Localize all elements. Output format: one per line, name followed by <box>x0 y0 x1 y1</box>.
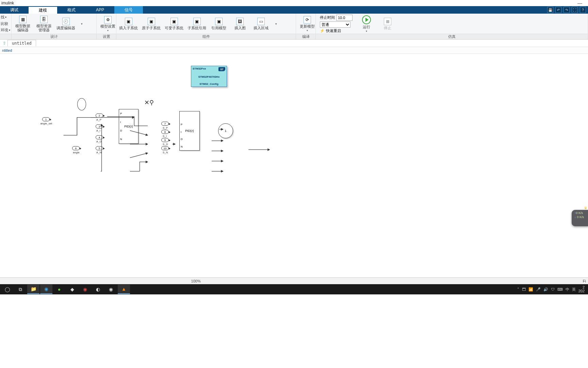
compare-button[interactable]: 比较 <box>1 21 8 26</box>
inport-s-i[interactable]: 8 <box>161 130 169 134</box>
pid-block-1[interactable]: P I D N PID(z) <box>119 109 138 144</box>
variant-subsystem-button[interactable]: ▣ 可变子系统 <box>165 18 183 30</box>
sum-block[interactable] <box>77 98 86 110</box>
env-button[interactable]: 环境▾ <box>1 28 10 33</box>
status-bar: 100% Fi <box>0 277 588 284</box>
tab-debug[interactable]: 调试 <box>0 6 29 14</box>
pid-block-2[interactable]: P I D N PID(z) <box>179 111 200 151</box>
inport-s-n-label: S_N <box>163 151 168 154</box>
model-path-text: ntitled <box>2 48 12 52</box>
up-level-icon[interactable]: ⇧ <box>1 40 7 46</box>
st-logo-icon: ST <box>218 67 225 71</box>
find-button[interactable]: 找▾ <box>1 15 6 20</box>
task-view-button[interactable]: ⧉ <box>14 285 27 294</box>
run-button[interactable]: 运行 ▾ <box>358 15 375 33</box>
insert-image-button[interactable]: 🖼 插入图 <box>231 18 248 30</box>
subsystem-icon: ▣ <box>125 18 132 25</box>
network-speed-widget[interactable]: ♛ ↑0 K/s ↓0 K/s <box>572 210 588 226</box>
tab-app[interactable]: APP <box>86 6 114 14</box>
tab-signal[interactable]: 信号 <box>114 6 143 14</box>
inport-s-d-label: S_D <box>163 143 168 146</box>
gear-icon: ⚙ <box>104 16 112 24</box>
area-icon: ▭ <box>257 18 265 25</box>
inport-angle-set-label: angle_set <box>40 122 52 125</box>
tab-modeling[interactable]: 建模 <box>29 6 57 14</box>
components-more-dropdown[interactable]: ▾ <box>274 22 278 26</box>
inport-angle[interactable]: 6 <box>72 146 80 150</box>
ref-model-button[interactable]: ▣ 引用模型 <box>210 18 227 30</box>
unity-icon[interactable]: ◆ <box>66 285 78 294</box>
stm32-line3: STM32_Config <box>193 82 225 86</box>
insert-subsystem-button[interactable]: ▣ 插入子系统 <box>119 18 138 30</box>
schedule-editor-button[interactable]: 🕘 调度编辑器 <box>56 18 75 30</box>
tab-format[interactable]: 格式 <box>57 6 86 14</box>
inport-a-n[interactable]: 5 <box>96 146 103 150</box>
tray-ime-zh[interactable]: 中 <box>566 287 569 292</box>
sim-mode-select[interactable]: 普通 <box>320 21 350 28</box>
net-down-value: 0 K/s <box>577 215 584 219</box>
app-icon-1[interactable]: ◉ <box>79 285 91 294</box>
crown-icon: ♛ <box>584 206 587 210</box>
tray-mic-icon[interactable]: 🎤 <box>536 287 541 292</box>
model-resource-manager-button[interactable]: 🗄 模型资源 管理器 <box>35 16 52 32</box>
inport-angle-label: angle <box>72 151 80 154</box>
qa-help-icon[interactable]: ? <box>580 7 586 13</box>
window-minimize-icon[interactable]: — <box>573 0 587 6</box>
inport-a-p[interactable]: 2 <box>96 113 103 118</box>
inport-a-d-label: A_D <box>96 140 102 143</box>
outport-1[interactable]: 1 <box>218 123 233 138</box>
inport-a-i[interactable]: 3 <box>96 124 103 128</box>
model-path[interactable]: ntitled <box>0 47 588 54</box>
inport-a-d[interactable]: 4 <box>96 135 103 139</box>
wechat-icon[interactable]: ● <box>53 285 65 294</box>
stop-time-input[interactable] <box>336 15 353 21</box>
obs-icon[interactable]: ◉ <box>105 285 117 294</box>
model-tab-untitled[interactable]: untitled <box>7 40 36 46</box>
database-icon: 🗄 <box>40 16 48 23</box>
qa-expand-icon[interactable]: ⛶ <box>572 7 578 13</box>
matlab-icon[interactable]: ▲ <box>118 285 130 294</box>
pid-block-1-label: PID(z) <box>124 125 133 128</box>
qa-redo-icon[interactable]: ↷ <box>564 7 570 13</box>
system-tray: ˄ 🗔 📶 🎤 🔊 🛡 ⌨ 中 英 2 202 <box>517 286 587 293</box>
insert-area-button[interactable]: ▭ 插入区域 <box>252 18 270 30</box>
app-title: imulink <box>1 1 14 5</box>
tray-wifi-icon[interactable]: 📶 <box>528 287 533 292</box>
tray-chevron-icon[interactable]: ˄ <box>517 287 519 292</box>
stop-button[interactable]: 停止 <box>379 18 396 30</box>
start-button[interactable]: ◯ <box>1 285 14 294</box>
edge-browser-icon[interactable]: ◉ <box>40 285 52 294</box>
stm32-config-block[interactable]: STM32Fxx ST STM32F407IGHx STM32_Config <box>191 66 227 87</box>
tray-lang[interactable]: 英 <box>572 287 576 292</box>
model-settings-button[interactable]: ⚙ 模型设置 ▾ <box>99 16 116 32</box>
fast-restart-label[interactable]: 快速重启 <box>326 28 341 33</box>
model-data-editor-button[interactable]: ▦ 模型数据 编辑器 <box>14 16 31 32</box>
file-explorer-icon[interactable]: 📁 <box>27 285 39 294</box>
inport-s-n[interactable]: 10 <box>161 146 169 150</box>
inport-s-d[interactable]: 9 <box>161 138 169 142</box>
atomic-subsystem-button[interactable]: ▣ 原子子系统 <box>142 18 161 30</box>
inport-angle-set[interactable]: 1 <box>42 117 50 121</box>
qa-save-icon[interactable]: 💾 <box>547 7 553 13</box>
ribbon-left-edge: 找▾ 比较 环境▾ <box>0 14 12 34</box>
inport-s-p[interactable]: 7 <box>161 122 169 126</box>
qa-undo-icon[interactable]: ↶ <box>555 7 561 13</box>
subsys-ref-icon: ▣ <box>193 18 201 25</box>
model-canvas[interactable]: STM32Fxx ST STM32F407IGHx STM32_Config 1… <box>0 54 588 277</box>
tray-keyboard-icon[interactable]: ⌨ <box>557 287 563 292</box>
inport-a-n-label: A_N <box>96 151 102 154</box>
inport-s-i-label: S_I <box>163 135 167 138</box>
zoom-value[interactable]: 100% <box>191 279 201 283</box>
update-model-button[interactable]: ⟳ 更新模型 ▾ <box>299 16 316 32</box>
app-icon-2[interactable]: ◐ <box>92 285 104 294</box>
tray-shield-icon[interactable]: 🛡 <box>551 287 555 291</box>
fast-restart-icon[interactable]: ⚡ <box>320 29 325 33</box>
sim-settings-area: 停止时间 普通 ⚡ 快速重启 <box>318 14 354 34</box>
stop-time-label: 停止时间 <box>320 15 335 20</box>
tray-battery-icon[interactable]: 🗔 <box>522 287 526 291</box>
tray-volume-icon[interactable]: 🔊 <box>543 287 548 292</box>
atomic-icon: ▣ <box>148 18 155 25</box>
design-more-dropdown[interactable]: ▾ <box>79 22 84 26</box>
ribbon-toolbar: 找▾ 比较 环境▾ ▦ 模型数据 编辑器 🗄 模型资源 管理器 🕘 调度编辑器 … <box>0 14 588 34</box>
subsystem-ref-button[interactable]: ▣ 子系统引用 <box>187 18 206 30</box>
